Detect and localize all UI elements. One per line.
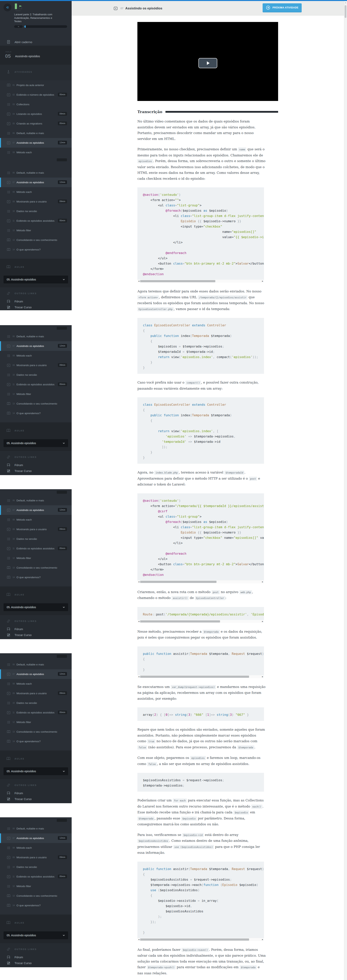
sidebar-item-10[interactable]: 10Dados na sessão (0, 370, 72, 380)
sidebar-item-05[interactable]: 05Criando as migrations05min (0, 119, 72, 128)
sidebar-item-06[interactable]: 06Default, nullable e mais (0, 824, 72, 834)
arrow-circle-right-icon (266, 5, 270, 10)
lesson-select-dropdown[interactable]: 05. Assistindo episódios (3, 275, 68, 283)
sidebar-item-10[interactable]: 10Dados na sessão (0, 698, 72, 708)
code-horizontal-scrollbar[interactable]: ◀▶ (138, 620, 264, 623)
sidebar-item-09[interactable]: 09Mostrando para o usuário09min (0, 689, 72, 698)
sidebar-item-13[interactable]: 13Consolidando o seu conhecimento (0, 891, 72, 900)
sidebar-item-08[interactable]: 08Método each (0, 187, 72, 197)
forum-link[interactable]: Fórum (0, 462, 72, 468)
sidebar-item-07[interactable]: 07Assistindo os episódios12min (0, 834, 72, 843)
lesson-select-dropdown[interactable]: 05. Assistindo episódios (3, 439, 68, 447)
sidebar-item-14[interactable]: 14O que aprendemos? (0, 245, 72, 255)
sidebar-item-07[interactable]: 07Assistindo os episódios12min (0, 669, 72, 679)
item-number: 10 (13, 210, 16, 212)
switch-course-link[interactable]: Trocar Curso (0, 632, 72, 638)
chat-icon (7, 463, 10, 467)
sidebar-item-11[interactable]: 11Exibindo os episódios assistidos05min (0, 216, 72, 226)
sidebar-item-09[interactable]: 09Mostrando para o usuário09min (0, 853, 72, 862)
sidebar-item-06[interactable]: 06Default, nullable e mais (0, 332, 72, 341)
play-button[interactable] (198, 58, 217, 68)
sidebar-item-13[interactable]: 13Consolidando o seu conhecimento (0, 235, 72, 245)
sidebar-item-04[interactable]: 04Listando os episódios09min (0, 109, 72, 119)
video-icon (7, 692, 11, 695)
other-links-section: OUTROS LINKS Fórum Trocar Curso (0, 779, 72, 803)
sidebar-item-02[interactable]: 02Exibindo o número de episódios05min (0, 90, 72, 100)
sidebar-item-06[interactable]: 06Default, nullable e mais (0, 496, 72, 505)
switch-course-link[interactable]: Trocar Curso (0, 796, 72, 802)
inline-code: EpisodiosController.php (138, 307, 174, 311)
switch-course-link[interactable]: Trocar Curso (0, 960, 72, 966)
code-horizontal-scrollbar[interactable]: ◀▶ (138, 280, 264, 283)
sidebar-item-12[interactable]: 12Método filter (0, 718, 72, 727)
sidebar-item-13[interactable]: 13Consolidando o seu conhecimento (0, 563, 72, 573)
sidebar-item-08[interactable]: 08Método each (0, 515, 72, 525)
paragraph: Criaremos, então, a nova rota com o méto… (138, 589, 266, 601)
sidebar-item-10[interactable]: 10Dados na sessão (0, 534, 72, 544)
sidebar-item-14[interactable]: 14O que aprendemos? (0, 573, 72, 582)
lesson-select-dropdown[interactable]: 05. Assistindo episódios (3, 603, 68, 611)
page-scrollbar[interactable]: ▲ (344, 1, 347, 980)
paragraph: Primeiramente, no nosso checkbox, precis… (138, 146, 266, 181)
open-notebook-button[interactable]: Abrir caderno (0, 38, 72, 46)
sidebar-item-06[interactable]: 06Default, nullable e mais (0, 660, 72, 669)
sidebar-item-08[interactable]: 08Método each (0, 679, 72, 689)
sidebar-item-09[interactable]: 09Mostrando para o usuário09min (0, 360, 72, 370)
sidebar-item-14[interactable]: 14O que aprendemos? (0, 900, 72, 910)
duration-badge: 12min (58, 344, 67, 348)
forum-link[interactable]: Fórum (0, 954, 72, 960)
sidebar-item-09[interactable]: 09Mostrando para o usuário09min (0, 525, 72, 534)
sidebar-item-10[interactable]: 10Dados na sessão (0, 862, 72, 872)
video-icon (7, 508, 11, 512)
sidebar-item-06[interactable]: 06Default, nullable e mais (0, 168, 72, 178)
sidebar-item-03[interactable]: 03Collections (0, 100, 72, 109)
sidebar-item-13[interactable]: 13Consolidando o seu conhecimento (0, 727, 72, 737)
item-label: Assistindo os episódios (16, 673, 44, 676)
sidebar-item-08[interactable]: 08Método each (0, 843, 72, 853)
next-activity-button-top[interactable]: PRÓXIMA ATIVIDADE (262, 3, 302, 12)
video-player[interactable] (138, 22, 278, 101)
sidebar-item-07[interactable]: 07Assistindo os episódios12min (0, 138, 72, 148)
scrollbar-thumb[interactable] (345, 5, 346, 18)
sidebar-item-09[interactable]: 09Mostrando para o usuário09min (0, 197, 72, 207)
sidebar-item-14[interactable]: 14O que aprendemos? (0, 409, 72, 418)
inline-code: for each (173, 799, 187, 803)
book-open-icon (7, 576, 11, 579)
lesson-select-dropdown[interactable]: 05. Assistindo episódios (3, 931, 68, 939)
video-icon (7, 856, 11, 859)
item-number: 08 (13, 847, 16, 849)
code-horizontal-scrollbar[interactable]: ◀▶ (138, 675, 264, 678)
item-number: 13 (13, 402, 16, 405)
sidebar-item-08[interactable]: 08Método each (0, 351, 72, 360)
sidebar-item-07[interactable]: 07Assistindo os episódios12min (0, 505, 72, 515)
sidebar-item-12[interactable]: 12Método filter (0, 553, 72, 563)
collapse-sidebar-button[interactable] (3, 3, 11, 11)
forum-link[interactable]: Fórum (0, 298, 72, 304)
forum-link[interactable]: Fórum (0, 626, 72, 632)
forum-link[interactable]: Fórum (0, 790, 72, 796)
sidebar-item-07[interactable]: 07Assistindo os episódios12min (0, 178, 72, 187)
sidebar-item-11[interactable]: 11Exibindo os episódios assistidos05min (0, 544, 72, 553)
sidebar-item-08[interactable]: 08Método each (0, 148, 72, 157)
sidebar-item-14[interactable]: 14O que aprendemos? (0, 737, 72, 746)
sidebar-item-11[interactable]: 11Exibindo os episódios assistidos05min (0, 872, 72, 881)
sidebar-item-12[interactable]: 12Método filter (0, 389, 72, 399)
code-horizontal-scrollbar[interactable]: ◀▶ (138, 581, 264, 583)
other-links-section: OUTROS LINKS Fórum Trocar Curso (0, 615, 72, 639)
switch-course-link[interactable]: Trocar Curso (0, 468, 72, 474)
sidebar-item-11[interactable]: 11Exibindo os episódios assistidos05min (0, 380, 72, 389)
sidebar-item-12[interactable]: 12Método filter (0, 881, 72, 891)
sidebar-item-10[interactable]: 10Dados na sessão (0, 207, 72, 216)
sidebar-item-01[interactable]: 01Projeto da aula anterior (0, 80, 72, 90)
lesson-select-dropdown[interactable]: 05. Assistindo episódios (3, 767, 68, 775)
video-icon (7, 711, 11, 714)
switch-course-link[interactable]: Trocar Curso (0, 304, 72, 310)
scrollbar-up-arrow[interactable]: ▲ (345, 2, 346, 3)
code-horizontal-scrollbar[interactable]: ◀▶ (138, 938, 264, 941)
sidebar-item-07[interactable]: 07Assistindo os episódios12min (0, 341, 72, 351)
sidebar-item-13[interactable]: 13Consolidando o seu conhecimento (0, 399, 72, 409)
sidebar-item-11[interactable]: 11Exibindo os episódios assistidos05min (0, 708, 72, 718)
sidebar-item-06[interactable]: 06Default, nullable e mais (0, 128, 72, 138)
sidebar-item-12[interactable]: 12Método filter (0, 226, 72, 235)
list-icon (7, 171, 11, 175)
